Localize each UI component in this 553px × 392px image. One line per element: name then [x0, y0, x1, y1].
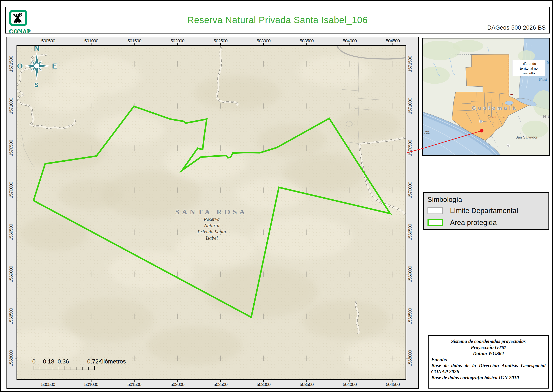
sea-label: Gu	[547, 61, 549, 64]
reserve-name-label: Natural	[204, 223, 220, 228]
easting-label: 504500	[386, 38, 400, 43]
easting-label: 501000	[84, 382, 98, 387]
inset-locator-map: GuatemalaH oHondGu721GuatemalaSan Salvad…	[422, 38, 550, 156]
northing-label: 1568000	[8, 350, 14, 366]
legend: Simbología Límite Departamental Área pro…	[423, 192, 549, 230]
reserve-name-label: Isabel	[205, 235, 218, 241]
svg-text:0.36: 0.36	[58, 358, 69, 365]
guatemala-city-dot	[479, 120, 482, 123]
easting-label: 503500	[300, 38, 313, 43]
protected-area-swatch	[428, 219, 443, 226]
source-box: Sistema de coordenadas proyectadas Proye…	[428, 335, 549, 389]
crs-line: Sistema de coordenadas proyectadas	[431, 338, 546, 344]
easting-label: 504500	[386, 382, 400, 387]
doc-code: DAGeos-500-2026-BS	[487, 24, 546, 31]
page-title: Reserva Natural Privada Santa Isabel_106	[6, 15, 549, 25]
san-salvador-label: San Salvador	[515, 135, 538, 139]
northing-label: 1571500	[408, 56, 412, 72]
easting-label: 503000	[257, 38, 270, 43]
northing-label: 1571000	[8, 98, 14, 114]
territorial-note-line: territorial no	[520, 67, 538, 70]
easting-label: 504000	[343, 38, 357, 43]
map-sheet: CONAP Reserva Natural Privada Santa Isab…	[0, 0, 553, 392]
territorial-note-line: Diferendo	[521, 62, 536, 65]
northing-label: 1570500	[8, 140, 14, 156]
logo-label: CONAP	[9, 28, 28, 35]
territorial-note-line: resuelto	[523, 71, 535, 75]
svg-text:0: 0	[32, 358, 35, 365]
northing-label: 1569500	[8, 224, 14, 240]
header: CONAP Reserva Natural Privada Santa Isab…	[5, 7, 550, 34]
easting-label: 501000	[84, 38, 98, 43]
department-limit-swatch	[428, 207, 443, 214]
legend-item-label: Área protegida	[450, 218, 497, 227]
compass-n-label: N	[34, 44, 40, 53]
easting-label: 502500	[214, 38, 228, 43]
easting-label: 501500	[127, 38, 141, 43]
northing-label: 1570500	[408, 140, 412, 156]
source-label: Fuente:	[431, 357, 546, 363]
source-line: Base de datos cartografía básica IGN 201…	[431, 375, 546, 381]
easting-label: 503500	[300, 382, 313, 387]
legend-title: Simbología	[428, 196, 462, 203]
northing-label: 1569500	[408, 224, 412, 240]
easting-label: 504000	[343, 382, 357, 387]
sea-label: Hond	[539, 78, 547, 82]
reserve-name-label: Privada Santa	[197, 229, 226, 234]
guatemala-city-label: Guatemala	[487, 115, 505, 119]
easting-label: 502000	[170, 382, 184, 387]
easting-label: 502000	[170, 38, 184, 43]
legend-item-label: Límite Departamental	[450, 207, 518, 215]
depth-label: 721	[424, 131, 430, 134]
honduras-label: H o	[543, 114, 549, 119]
northing-label: 1571500	[8, 56, 14, 72]
northing-label: 1568500	[408, 308, 412, 324]
map-content: SANTA ROSAReservaNaturalPrivada SantaIsa…	[7, 44, 418, 379]
map-frame: SANTA ROSAReservaNaturalPrivada SantaIsa…	[7, 37, 419, 389]
lake-izabal	[505, 101, 513, 105]
inset-canvas: GuatemalaH oHondGu721GuatemalaSan Salvad…	[423, 38, 549, 155]
source-line: Base de datos de la Dirección Análisis G…	[431, 363, 546, 375]
svg-text:0.72: 0.72	[87, 358, 99, 365]
easting-label: 501500	[127, 382, 141, 387]
reserve-location-dot	[480, 129, 484, 133]
reserve-name-label: Reserva	[203, 217, 220, 222]
northing-label: 1569000	[8, 266, 14, 282]
legend-item-protected-area: Área protegida	[428, 218, 497, 227]
easting-label: 503000	[257, 382, 270, 387]
scale-unit-label: Kilómetros	[98, 358, 126, 365]
legend-item-departmental-limit: Límite Departamental	[428, 206, 518, 215]
map-canvas: SANTA ROSAReservaNaturalPrivada SantaIsa…	[7, 37, 418, 388]
northing-label: 1570000	[408, 182, 412, 198]
crs-line: Proyección GTM	[431, 344, 546, 350]
department-label: SANTA ROSA	[175, 208, 247, 216]
northing-label: 1568500	[8, 308, 14, 324]
northing-label: 1571000	[408, 98, 412, 114]
easting-label: 502500	[214, 382, 228, 387]
compass-s-label: S	[34, 82, 38, 88]
easting-label: 500500	[41, 38, 55, 43]
northing-label: 1568000	[408, 350, 412, 366]
svg-text:0.18: 0.18	[43, 358, 55, 365]
northing-label: 1569000	[408, 266, 412, 282]
easting-label: 500500	[41, 382, 55, 387]
crs-line: Datum WGS84	[431, 350, 546, 357]
country-label: Guatemala	[472, 105, 518, 111]
compass-w-label: O	[17, 62, 23, 70]
compass-e-label: E	[52, 62, 57, 70]
northing-label: 1570000	[8, 182, 14, 198]
san-salvador-dot	[507, 144, 510, 147]
